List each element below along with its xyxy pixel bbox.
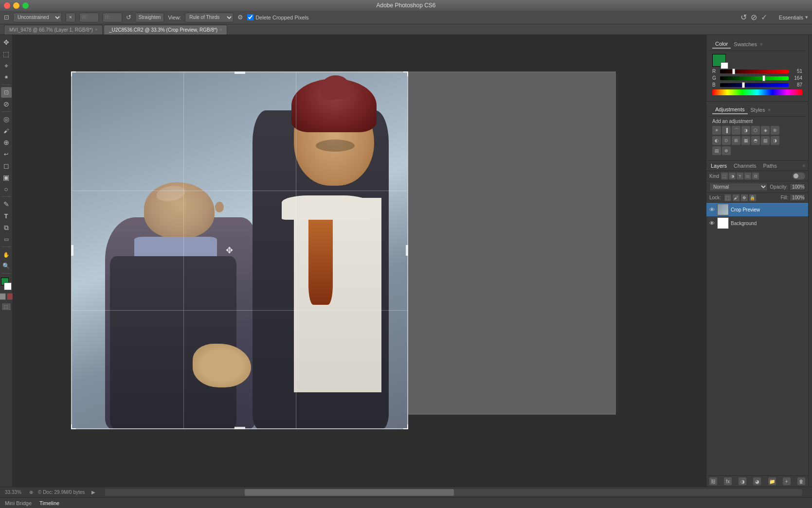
filter-adjustment[interactable]: ◑ — [729, 173, 736, 179]
layer-item-background[interactable]: 👁 Background — [706, 216, 808, 230]
straighten-button[interactable]: Straighten — [135, 13, 164, 22]
add-style-btn[interactable]: fx — [724, 477, 732, 485]
adj-curves[interactable]: ⌒ — [732, 126, 740, 135]
adj-exposure[interactable]: ◑ — [741, 126, 750, 135]
lock-all[interactable]: 🔒 — [749, 194, 756, 201]
cancel-crop-icon[interactable]: ⊘ — [751, 13, 757, 22]
tab-mvi-close[interactable]: × — [95, 27, 97, 32]
close-button[interactable] — [4, 2, 10, 9]
tool-brush[interactable]: 🖌 — [1, 125, 12, 136]
crop-handle-bm[interactable] — [235, 427, 245, 429]
b-slider[interactable] — [720, 83, 789, 87]
tool-gradient[interactable] — [1, 172, 12, 183]
crop-handle-ml[interactable] — [71, 245, 73, 256]
maximize-button[interactable] — [22, 2, 29, 9]
filter-toggle[interactable] — [793, 173, 805, 179]
delete-layer-btn[interactable]: 🗑 — [797, 477, 805, 485]
adj-panel-collapse[interactable]: ≡ — [768, 107, 771, 112]
tool-path-select[interactable] — [1, 222, 12, 233]
lock-image[interactable]: 🖌 — [733, 194, 740, 201]
adj-channelmixer[interactable]: ⊞ — [732, 136, 740, 145]
right-panel-resize[interactable] — [808, 35, 812, 487]
tab-cr2[interactable]: _U2C8536.CR2 @ 33.3% (Crop Preview, RGB/… — [104, 25, 227, 35]
layer-eye-crop[interactable]: 👁 — [708, 206, 715, 213]
adj-hsl[interactable]: ◈ — [761, 126, 770, 135]
delete-cropped-option[interactable]: Delete Cropped Pixels — [247, 14, 308, 20]
scrollbar-h-thumb[interactable] — [245, 489, 454, 496]
tool-eyedropper[interactable] — [1, 99, 12, 109]
clear-preset-button[interactable]: × — [66, 13, 75, 22]
tab-swatches[interactable]: Swatches — [731, 40, 760, 48]
lock-pixels[interactable]: ⬚ — [724, 194, 731, 201]
tab-color[interactable]: Color — [712, 40, 731, 49]
filter-shape[interactable]: ▭ — [744, 173, 751, 179]
crop-handle-tl[interactable] — [71, 71, 76, 76]
filter-smartobject[interactable]: ⊡ — [752, 173, 759, 179]
view-select[interactable]: Rule of Thirds — [185, 13, 234, 22]
scrollbar-horizontal[interactable] — [105, 489, 802, 496]
tool-history-brush[interactable]: ↩ — [1, 149, 12, 159]
tab-mini-bridge[interactable]: Mini Bridge — [5, 500, 32, 506]
filter-type[interactable]: T — [737, 173, 743, 179]
tab-styles[interactable]: Styles — [748, 106, 768, 114]
new-group-btn[interactable]: 📁 — [768, 477, 776, 485]
adj-colorlookup[interactable]: ▦ — [741, 136, 750, 145]
layer-eye-bg[interactable]: 👁 — [708, 220, 715, 227]
b-slider-thumb[interactable] — [742, 82, 745, 88]
crop-handle-tr[interactable] — [403, 71, 408, 76]
background-color[interactable] — [4, 282, 12, 290]
r-slider[interactable] — [720, 70, 789, 73]
tool-move[interactable] — [1, 37, 12, 48]
new-layer-btn[interactable]: + — [783, 477, 791, 485]
tab-mvi[interactable]: MVI_9478 @ 66.7% (Layer 1, RGB/8*) × — [4, 25, 103, 35]
color-swatches[interactable] — [1, 278, 12, 290]
play-icon[interactable]: ▶ — [91, 490, 95, 495]
color-panel-collapse[interactable]: ≡ — [760, 42, 762, 47]
tool-clone[interactable] — [1, 137, 12, 148]
tool-marquee[interactable] — [1, 49, 12, 59]
tool-lasso[interactable] — [1, 60, 12, 71]
tab-layers[interactable]: Layers — [709, 162, 728, 169]
layers-panel-collapse[interactable]: ≡ — [803, 163, 805, 168]
opacity-value[interactable]: 100% — [790, 183, 805, 191]
tool-preset-select[interactable]: Unconstrained — [13, 13, 62, 22]
filter-pixel[interactable]: ⬚ — [721, 173, 728, 179]
tool-pen[interactable] — [1, 199, 12, 210]
adj-brightness[interactable]: ☀ — [712, 126, 721, 135]
lock-position[interactable]: ✥ — [741, 194, 748, 201]
height-input[interactable] — [103, 13, 122, 22]
screen-mode-button[interactable]: ⬚ — [1, 303, 11, 311]
g-slider[interactable] — [720, 76, 789, 80]
tool-eraser[interactable] — [1, 160, 12, 171]
adj-photofilter[interactable]: ⊙ — [722, 136, 731, 145]
color-spectrum[interactable] — [712, 89, 802, 95]
canvas-area[interactable]: ✥ — [13, 35, 706, 487]
layer-item-crop-preview[interactable]: 👁 Crop Preview — [706, 203, 808, 216]
adj-levels[interactable]: ▐ — [722, 126, 731, 135]
rotate-icon[interactable]: ↺ — [126, 14, 131, 21]
crop-handle-bl[interactable] — [71, 424, 76, 429]
tab-channels[interactable]: Channels — [732, 162, 758, 169]
essentials-arrow[interactable]: ▾ — [805, 14, 808, 20]
new-adj-btn[interactable]: ◕ — [753, 477, 761, 485]
tool-crop[interactable]: ⊡ — [1, 87, 12, 98]
standard-mode[interactable] — [0, 293, 6, 300]
adj-bw[interactable]: ◐ — [712, 136, 721, 145]
main-color-swatch[interactable] — [712, 54, 726, 67]
adj-vibrance[interactable]: ⬡ — [751, 126, 760, 135]
reset-icon[interactable]: ↺ — [740, 13, 747, 22]
tab-paths[interactable]: Paths — [762, 162, 778, 169]
adj-gradmap[interactable]: ▤ — [712, 146, 721, 155]
minimize-button[interactable] — [13, 2, 19, 9]
g-slider-thumb[interactable] — [762, 75, 765, 81]
crop-handle-mr[interactable] — [406, 245, 408, 256]
adj-posterize[interactable]: ▧ — [761, 136, 770, 145]
delete-cropped-checkbox[interactable] — [247, 14, 253, 20]
tool-hand[interactable] — [1, 249, 12, 260]
tool-dodge[interactable] — [1, 184, 12, 194]
bg-color-swatch[interactable] — [721, 62, 728, 69]
tab-cr2-close[interactable]: × — [219, 27, 222, 32]
tab-timeline[interactable]: Timeline — [39, 500, 59, 506]
width-input[interactable] — [79, 13, 99, 22]
tool-type[interactable]: T — [1, 210, 12, 221]
